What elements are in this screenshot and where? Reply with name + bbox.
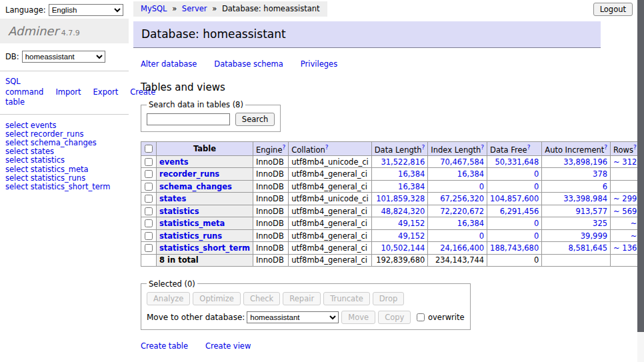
row-checkbox[interactable] (145, 158, 153, 166)
move-db-select[interactable]: homeassistant (247, 311, 339, 323)
drop-button[interactable]: Drop (373, 292, 405, 305)
help-link[interactable]: ? (604, 144, 607, 151)
column-header-table: Table (157, 142, 253, 156)
engine-cell: InnoDB (253, 217, 289, 230)
overwrite-option[interactable]: overwrite (416, 313, 464, 322)
nav-link-alter-database[interactable]: Alter database (141, 59, 197, 69)
optimize-button[interactable]: Optimize (193, 292, 241, 305)
help-link[interactable]: ? (481, 144, 484, 151)
help-link[interactable]: ? (527, 144, 531, 151)
sidebar-select-link[interactable]: select statistics_short_term (5, 183, 123, 191)
tables-section-title: Tables and views (141, 81, 608, 93)
db-select[interactable]: homeassistant (22, 51, 105, 63)
sidebar-select-link[interactable]: select states (5, 147, 123, 156)
row-checkbox[interactable] (145, 232, 153, 240)
row-checkbox[interactable] (145, 183, 153, 191)
auto-increment-cell: 8,581,645 (542, 242, 611, 255)
table-name-link[interactable]: statistics_short_term (159, 243, 250, 253)
help-link[interactable]: ? (633, 144, 637, 151)
index-length-cell: 16,384 (428, 168, 487, 181)
table-name-cell: statistics (157, 205, 253, 217)
column-label: Auto Increment (545, 145, 604, 154)
search-input[interactable] (147, 113, 230, 125)
check-button[interactable]: Check (243, 292, 280, 305)
row-checkbox[interactable] (145, 244, 153, 252)
auto-increment-cell: 325 (542, 217, 611, 230)
column-label: Collation (291, 145, 325, 154)
collation-cell: utf8mb4_general_ci (289, 180, 372, 193)
engine-cell: InnoDB (253, 242, 289, 255)
help-link[interactable]: ? (422, 144, 425, 151)
vertical-scrollbar[interactable] (637, 0, 644, 362)
auto-increment-cell: 33,898,196 (542, 155, 611, 168)
table-name-link[interactable]: statistics (159, 207, 199, 216)
app-name[interactable]: Adminer (8, 24, 59, 38)
row-checkbox[interactable] (145, 195, 153, 203)
table-name-link[interactable]: states (159, 194, 186, 203)
truncate-button[interactable]: Truncate (323, 292, 370, 305)
help-link[interactable]: ? (282, 144, 285, 151)
data-length-cell: 49,152 (371, 229, 428, 242)
sidebar-select-link[interactable]: select statistics_meta (5, 165, 123, 174)
help-link[interactable]: ? (325, 144, 329, 151)
index-length-cell: 16,384 (428, 217, 487, 230)
overwrite-checkbox[interactable] (417, 313, 425, 321)
row-checkbox-cell (141, 217, 157, 230)
column-header-data-length: Data Length? (371, 142, 428, 156)
table-name-link[interactable]: statistics_meta (159, 219, 225, 228)
breadcrumb-separator: » (210, 4, 219, 13)
search-legend: Search data in tables (8) (147, 100, 245, 109)
data-length-cell: 48,824,320 (371, 205, 428, 217)
move-row: Move to other database:homeassistantMove… (147, 311, 465, 324)
select-all-checkbox[interactable] (145, 145, 153, 153)
nav-link-privileges[interactable]: Privileges (301, 59, 337, 69)
scrollbar-thumb[interactable] (637, 0, 644, 332)
breadcrumb-link[interactable]: MySQL (141, 4, 167, 13)
main-content: Database: homeassistant Alter databaseDa… (133, 21, 608, 362)
analyze-button[interactable]: Analyze (147, 292, 190, 305)
app-version[interactable]: 4.7.9 (61, 29, 80, 37)
data-length-cell: 10,502,144 (371, 242, 428, 255)
move-button[interactable]: Move (341, 311, 375, 324)
engine-cell: InnoDB (253, 155, 289, 168)
sidebar-select-link[interactable]: select statistics (5, 156, 123, 165)
collation-cell: utf8mb4_general_ci (289, 229, 372, 242)
repair-button[interactable]: Repair (283, 292, 321, 305)
table-name-link[interactable]: events (159, 157, 189, 167)
data-free-cell: 0 (487, 168, 542, 181)
sidebar-action-sql-command[interactable]: SQL command (5, 77, 43, 97)
language-select[interactable]: English (49, 4, 123, 16)
breadcrumb-link[interactable]: Server (182, 4, 207, 13)
table-name-cell: recorder_runs (157, 168, 253, 181)
nav-link-database-schema[interactable]: Database schema (214, 59, 283, 69)
column-label: Engine (256, 145, 282, 154)
language-picker: Language:English (5, 4, 123, 16)
table-name-link[interactable]: schema_changes (159, 182, 232, 191)
collation-cell: utf8mb4_unicode_ci (289, 193, 372, 205)
row-checkbox[interactable] (145, 219, 153, 227)
link-create-view[interactable]: Create view (205, 341, 251, 351)
table-row: statisticsInnoDButf8mb4_general_ci48,824… (141, 205, 644, 217)
sidebar-select-link[interactable]: select events (5, 121, 123, 130)
overwrite-label: overwrite (428, 313, 465, 322)
row-checkbox[interactable] (145, 170, 153, 178)
link-create-table[interactable]: Create table (141, 341, 188, 351)
breadcrumb: MySQL » Server » Database: homeassistant (133, 1, 327, 17)
engine-cell: InnoDB (253, 205, 289, 217)
table-name-link[interactable]: recorder_runs (159, 169, 219, 179)
sidebar-action-import[interactable]: Import (55, 87, 81, 97)
search-button[interactable]: Search (235, 113, 275, 126)
sidebar-action-export[interactable]: Export (93, 87, 119, 97)
sidebar-select-link[interactable]: select schema_changes (5, 139, 123, 147)
row-checkbox[interactable] (145, 207, 153, 215)
table-name-link[interactable]: statistics_runs (159, 231, 222, 241)
table-row: schema_changesInnoDButf8mb4_general_ci16… (141, 180, 644, 193)
sidebar-select-link[interactable]: select statistics_runs (5, 174, 123, 183)
column-header-engine: Engine? (253, 142, 289, 156)
auto-increment-cell: 378 (542, 168, 611, 181)
copy-button[interactable]: Copy (378, 311, 411, 324)
column-header-collation: Collation? (289, 142, 372, 156)
sidebar-select-link[interactable]: select recorder_runs (5, 130, 123, 139)
engine-cell: InnoDB (253, 193, 289, 205)
logout-button[interactable]: Logout (593, 3, 633, 16)
